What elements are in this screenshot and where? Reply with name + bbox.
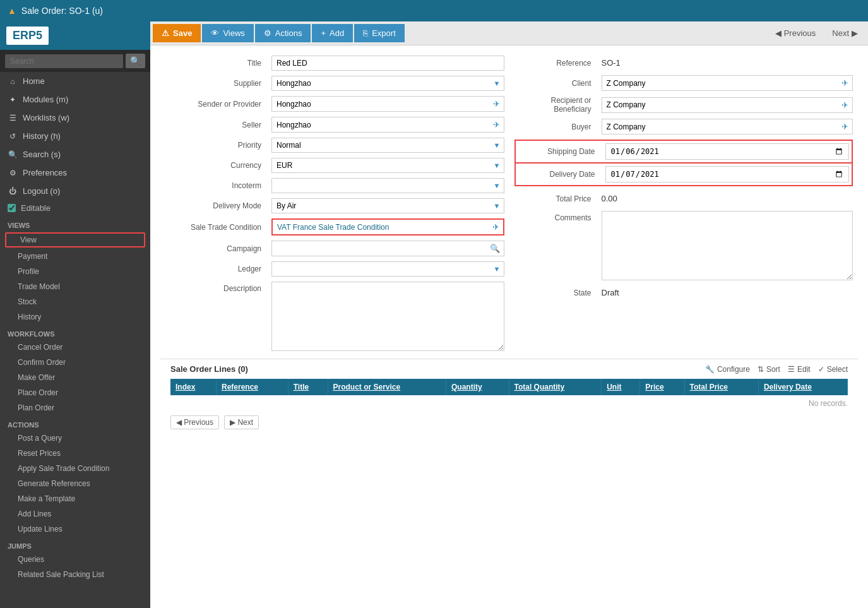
plus-icon: +: [321, 28, 326, 38]
col-total-quantity[interactable]: Total Quantity: [509, 379, 602, 395]
description-textarea[interactable]: [271, 282, 504, 351]
page-title: Sale Order: SO-1 (u): [21, 6, 103, 16]
col-index[interactable]: Index: [170, 379, 217, 395]
index-sort-link[interactable]: Index: [175, 383, 195, 391]
buyer-row: Buyer ✈: [514, 119, 853, 134]
sidebar-subitem-make-template[interactable]: Make a Template: [0, 491, 150, 506]
seller-input[interactable]: [272, 118, 489, 132]
product-sort-link[interactable]: Product or Service: [333, 383, 401, 391]
sidebar-subitem-confirm-order[interactable]: Confirm Order: [0, 355, 150, 370]
price-sort-link[interactable]: Price: [645, 383, 663, 391]
sidebar-subitem-related-packing[interactable]: Related Sale Packing List: [0, 567, 150, 582]
col-title[interactable]: Title: [288, 379, 328, 395]
gear-icon: ⚙: [264, 28, 271, 38]
edit-button[interactable]: ☰ Edit: [788, 365, 811, 374]
col-delivery-date[interactable]: Delivery Date: [758, 379, 847, 395]
sidebar-subitem-history[interactable]: History: [0, 309, 150, 325]
sidebar-subitem-reset-prices[interactable]: Reset Prices: [0, 446, 150, 461]
campaign-search-button[interactable]: 🔍: [486, 241, 504, 256]
client-input[interactable]: [602, 76, 838, 90]
sidebar-subitem-make-offer[interactable]: Make Offer: [0, 370, 150, 385]
sidebar-subitem-cancel-order[interactable]: Cancel Order: [0, 340, 150, 355]
save-button[interactable]: ⚠ Save: [153, 24, 201, 42]
ledger-select[interactable]: [271, 261, 504, 277]
sale-trade-condition-input[interactable]: [273, 220, 489, 234]
client-clear-button[interactable]: ✈: [838, 76, 852, 90]
buyer-clear-button[interactable]: ✈: [838, 119, 852, 134]
total-qty-sort-link[interactable]: Total Quantity: [514, 383, 565, 391]
actions-button[interactable]: ⚙ Actions: [255, 24, 311, 42]
currency-select[interactable]: EUR: [271, 158, 504, 173]
sale-trade-condition-clear-button[interactable]: ✈: [489, 220, 503, 234]
priority-select-wrap: Normal ▼: [271, 138, 504, 153]
col-quantity[interactable]: Quantity: [446, 379, 509, 395]
sidebar-subitem-post-query[interactable]: Post a Query: [0, 431, 150, 446]
comments-textarea[interactable]: [602, 211, 853, 280]
previous-page-button[interactable]: ◀ Previous: [170, 415, 219, 429]
sidebar-subitem-stock[interactable]: Stock: [0, 294, 150, 309]
sidebar-subitem-queries[interactable]: Queries: [0, 552, 150, 567]
select-button[interactable]: ✓ Select: [818, 365, 848, 374]
up-arrow-icon: ▲: [8, 6, 16, 16]
sidebar-subitem-payment[interactable]: Payment: [0, 249, 150, 264]
search-button[interactable]: 🔍: [126, 54, 145, 68]
reference-sort-link[interactable]: Reference: [222, 383, 258, 391]
sidebar-item-search[interactable]: 🔍 Search (s): [0, 145, 150, 164]
sender-row: Sender or Provider ✈: [165, 96, 504, 112]
views-button[interactable]: 👁 Views: [202, 24, 253, 42]
col-product[interactable]: Product or Service: [328, 379, 446, 395]
seller-clear-button[interactable]: ✈: [489, 117, 504, 132]
next-button[interactable]: Next ▶: [824, 24, 865, 42]
title-input[interactable]: [271, 56, 504, 71]
sort-button[interactable]: ⇅ Sort: [758, 365, 780, 374]
unit-sort-link[interactable]: Unit: [607, 383, 621, 391]
priority-select[interactable]: Normal: [271, 138, 504, 153]
delivery-date-input[interactable]: [605, 166, 850, 182]
sidebar-item-logout[interactable]: ⏻ Logout (o): [0, 182, 150, 200]
sidebar-item-preferences[interactable]: ⚙ Preferences: [0, 164, 150, 182]
search-input[interactable]: [5, 54, 123, 68]
delivery-mode-select[interactable]: By Air: [271, 198, 504, 213]
quantity-sort-link[interactable]: Quantity: [451, 383, 482, 391]
col-reference[interactable]: Reference: [217, 379, 288, 395]
sidebar-subitem-update-lines[interactable]: Update Lines: [0, 522, 150, 537]
delivery-date-sort-link[interactable]: Delivery Date: [764, 383, 812, 391]
sidebar-item-history[interactable]: ↺ History (h): [0, 127, 150, 145]
editable-checkbox[interactable]: [8, 204, 16, 212]
sidebar-subitem-plan-order[interactable]: Plan Order: [0, 400, 150, 415]
recipient-input[interactable]: [602, 98, 838, 112]
add-button[interactable]: + Add: [312, 24, 353, 42]
buyer-input[interactable]: [602, 120, 838, 134]
sidebar-subitem-trade-model[interactable]: Trade Model: [0, 279, 150, 294]
sidebar-subitem-place-order[interactable]: Place Order: [0, 385, 150, 400]
sender-clear-button[interactable]: ✈: [489, 97, 504, 111]
sidebar-item-worklists[interactable]: ☰ Worklists (w): [0, 109, 150, 127]
supplier-select[interactable]: Hongzhao: [271, 76, 504, 91]
campaign-input[interactable]: [272, 242, 486, 256]
previous-button[interactable]: ◀ Previous: [768, 24, 824, 42]
col-unit[interactable]: Unit: [602, 379, 640, 395]
next-page-button[interactable]: ▶ Next: [224, 415, 259, 429]
incoterm-select[interactable]: [271, 178, 504, 193]
total-price-sort-link[interactable]: Total Price: [690, 383, 728, 391]
col-price[interactable]: Price: [640, 379, 684, 395]
sidebar-subitem-view[interactable]: View: [5, 232, 145, 247]
col-total-price[interactable]: Total Price: [684, 379, 758, 395]
export-button[interactable]: ⎘ Export: [354, 24, 405, 42]
editable-checkbox-item[interactable]: Editable: [0, 200, 150, 216]
sender-input[interactable]: [272, 97, 489, 111]
sidebar-subitem-profile[interactable]: Profile: [0, 264, 150, 279]
sidebar-subitem-apply-sale-trade[interactable]: Apply Sale Trade Condition: [0, 461, 150, 476]
shipping-date-input[interactable]: [605, 143, 850, 160]
sidebar-item-home[interactable]: ⌂ Home: [0, 72, 150, 90]
configure-button[interactable]: 🔧 Configure: [705, 365, 750, 374]
sidebar-item-modules[interactable]: ✦ Modules (m): [0, 90, 150, 109]
jump-item-label: Related Sale Packing List: [18, 570, 104, 579]
sidebar-logo: ERP5: [0, 21, 150, 50]
sidebar-subitem-add-lines[interactable]: Add Lines: [0, 506, 150, 522]
ledger-label: Ledger: [165, 265, 266, 273]
recipient-clear-button[interactable]: ✈: [838, 98, 852, 112]
title-label: Title: [165, 59, 266, 68]
title-sort-link[interactable]: Title: [294, 383, 309, 391]
sidebar-subitem-generate-refs[interactable]: Generate References: [0, 476, 150, 491]
